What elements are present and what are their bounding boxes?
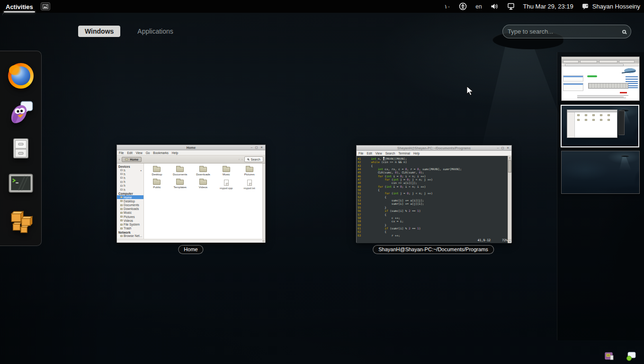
- clock[interactable]: Thu Mar 29, 23:19: [523, 3, 573, 10]
- red-button: [620, 92, 627, 94]
- menu-item-view: View: [376, 152, 382, 155]
- search-box[interactable]: [502, 25, 631, 38]
- menu-item-help: Help: [172, 151, 178, 155]
- sidebar-item-h: h▲: [117, 168, 143, 172]
- volume-menu[interactable]: [491, 3, 499, 10]
- place-icon: [120, 228, 123, 229]
- place-icon: [120, 224, 123, 226]
- sidebar-item-h: h: [117, 184, 143, 188]
- folder-icon: [153, 167, 161, 172]
- drive-icon: [120, 189, 123, 191]
- folder-icon: [246, 167, 253, 172]
- place-icon: [120, 216, 123, 218]
- keyboard-layout-indicator[interactable]: en: [475, 3, 482, 10]
- folder-icon: [223, 167, 230, 172]
- search-input[interactable]: [508, 28, 622, 35]
- workspace-thumbnail-3[interactable]: [561, 151, 640, 194]
- sidebar-item-documents: Documents: [117, 203, 143, 207]
- scroll-up-icon[interactable]: ▲: [508, 156, 511, 160]
- file-icon: [224, 180, 229, 186]
- photo-icon: [43, 4, 48, 9]
- back-icon: ‹: [119, 158, 120, 161]
- tab-applications[interactable]: Applications: [131, 26, 180, 37]
- sidebar-item-home: Home: [117, 195, 143, 199]
- sidebar-item-h: h: [117, 172, 143, 176]
- top-bar: Activities ١٠ en: [0, 0, 644, 13]
- terminal-menubar: FileEditViewSearchTerminalHelp: [357, 151, 511, 156]
- nav-forward-icon: ›: [242, 158, 242, 161]
- display-menu[interactable]: [507, 3, 515, 10]
- file-item: Public: [145, 180, 169, 190]
- menu-item-bookmarks: Bookmarks: [153, 151, 169, 155]
- window-preview-home[interactable]: Home ‒ ▢ ✕ FileEditViewGoBookmarksHelp ‹…: [116, 145, 266, 243]
- sidebar-item-desktop: Desktop: [117, 199, 143, 203]
- code-line: 62 {: [358, 230, 508, 233]
- accessibility-icon: [459, 2, 467, 10]
- sidebar-section-header: Network: [117, 230, 143, 234]
- menu-item-file: File: [119, 151, 124, 155]
- keyboard-image: [588, 83, 628, 89]
- accessibility-menu[interactable]: [459, 2, 467, 10]
- file-item: Documents: [169, 167, 192, 176]
- menu-item-terminal: Terminal: [398, 152, 410, 155]
- tray-pidgin-status-icon[interactable]: [625, 352, 635, 361]
- code-line: 63 r ++;: [358, 234, 508, 237]
- scrollbar-thumb[interactable]: [508, 160, 511, 173]
- window-caption-home: Home: [178, 245, 203, 254]
- terminal-titlebar: ShayanH@Shayan-PC:~/Documents/Programs ‒…: [357, 146, 511, 151]
- code-line: 56 if (sumc[i] % 2 == 1): [358, 209, 508, 212]
- terminal-scrollbar[interactable]: ▲ ▼: [508, 156, 511, 243]
- code-line: 45 CLR(sumc, 0), CLR(sumr, 0);: [358, 171, 508, 174]
- dash-item-package-manager[interactable]: [7, 207, 35, 235]
- code-line: 41 int n, a[MAXN][MAXN];: [358, 157, 508, 160]
- activities-button[interactable]: Activities: [5, 1, 34, 12]
- user-menu[interactable]: Shayan Hosseiny: [582, 3, 640, 10]
- location-label: Home: [130, 158, 138, 161]
- workspace-thumbnail-2[interactable]: [561, 105, 639, 147]
- file-item: Downloads: [192, 167, 215, 176]
- drive-icon: [120, 181, 123, 183]
- menu-item-edit: Edit: [127, 151, 132, 155]
- code-line: 61 if (sumr[i] % 2 == 1): [358, 227, 508, 230]
- workspace-selector: [557, 52, 644, 340]
- packages-icon: [8, 208, 34, 234]
- folder-icon: [125, 158, 128, 161]
- nautilus-titlebar: Home ‒ ▢ ✕: [117, 145, 265, 150]
- place-icon: [120, 196, 123, 198]
- dash-item-terminal[interactable]: [7, 170, 35, 199]
- overview-dim-overlay: [0, 0, 644, 364]
- menu-item-go: Go: [146, 151, 150, 155]
- mini-files-window: [567, 109, 617, 138]
- dash-item-file-manager[interactable]: [7, 134, 35, 163]
- terminal-title: ShayanH@Shayan-PC:~/Documents/Programs: [397, 146, 471, 150]
- applet-indicator[interactable]: ١٠: [444, 3, 450, 10]
- sidebar-item-browse-net-: Browse Net...: [117, 234, 143, 238]
- dash-item-pidgin[interactable]: [7, 98, 35, 127]
- sidebar-item-music: Music: [117, 211, 143, 215]
- file-item: Desktop: [145, 167, 169, 176]
- image-app-icon[interactable]: [41, 2, 50, 10]
- nautilus-scrollbar: [262, 164, 265, 239]
- code-line: 51 for (int j = 0; j < n; j ++): [358, 191, 508, 195]
- sidebar-section-header: Computer: [117, 191, 143, 195]
- drive-icon: [120, 185, 123, 187]
- message-tray: [604, 352, 635, 361]
- username-label: Shayan Hosseiny: [592, 3, 640, 10]
- tray-app-window-icon[interactable]: [604, 352, 615, 361]
- site-logo: [620, 68, 637, 74]
- workspace-thumbnail-1[interactable]: [561, 56, 640, 101]
- nautilus-files: DesktopDocumentsDownloadsMusicPicturesPu…: [144, 164, 262, 239]
- resize-grip: [262, 240, 265, 242]
- window-preview-terminal[interactable]: ShayanH@Shayan-PC:~/Documents/Programs ‒…: [356, 145, 512, 243]
- folder-icon: [199, 167, 207, 172]
- tab-windows[interactable]: Windows: [78, 26, 120, 37]
- file-item: mypol.cpp: [215, 180, 238, 190]
- dash: [0, 51, 42, 246]
- mini-terminal-window: [618, 110, 625, 135]
- drive-icon: [120, 173, 123, 175]
- mouse-cursor: [466, 86, 474, 96]
- dash-item-firefox[interactable]: [7, 62, 35, 90]
- code-line: 46 for (int i = 0; i < n; i ++): [358, 174, 508, 178]
- nautilus-statusbar: [117, 239, 265, 243]
- pidgin-icon: [8, 99, 34, 126]
